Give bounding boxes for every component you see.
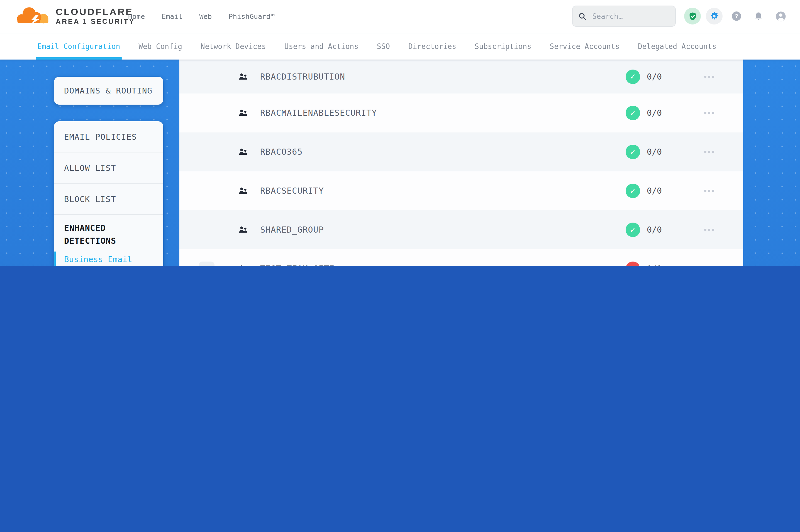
group-icon bbox=[238, 148, 248, 156]
enhanced-detections-heading: ENHANCED DETECTIONS bbox=[64, 222, 156, 247]
member-count: 0/0 bbox=[647, 72, 662, 81]
group-name: RBACDISTRUBUTION bbox=[260, 72, 345, 81]
groups-table: RBACDISTRUBUTION✓0/0RBACMAILENABLESECURI… bbox=[179, 59, 743, 266]
group-row: RBACMAILENABLESECURITY✓0/0 bbox=[179, 94, 743, 132]
row-menu-button[interactable] bbox=[702, 265, 716, 266]
row-menu-button[interactable] bbox=[702, 73, 716, 80]
config-tabs: Email ConfigurationWeb ConfigNetwork Dev… bbox=[0, 33, 800, 59]
cloudflare-cloud-icon bbox=[15, 4, 51, 28]
member-count: 0/0 bbox=[647, 147, 662, 157]
row-menu-button[interactable] bbox=[702, 227, 716, 233]
top-nav-home[interactable]: Home bbox=[128, 12, 145, 21]
brand-name: CLOUDFLARE bbox=[56, 6, 135, 17]
group-icon bbox=[238, 226, 248, 234]
group-name: TEST TEAM SITE bbox=[260, 264, 334, 266]
top-header: CLOUDFLARE AREA 1 SECURITY Home Email We… bbox=[0, 0, 800, 33]
group-row: RBACDISTRUBUTION✓0/0 bbox=[179, 59, 743, 94]
help-icon[interactable]: ? bbox=[728, 8, 745, 24]
tab-service-accounts[interactable]: Service Accounts bbox=[550, 33, 619, 59]
cloudflare-logo[interactable]: CLOUDFLARE AREA 1 SECURITY bbox=[15, 4, 135, 28]
tab-web-config[interactable]: Web Config bbox=[139, 33, 182, 59]
sidebar-card-domains-routing: DOMAINS & ROUTING bbox=[54, 77, 163, 104]
group-name: RBACO365 bbox=[260, 147, 303, 157]
status-badge-enabled: ✓ bbox=[625, 145, 640, 159]
search-icon bbox=[578, 12, 587, 20]
status-badge-enabled: ✓ bbox=[625, 184, 640, 198]
top-nav-web[interactable]: Web bbox=[199, 12, 212, 21]
status-badge-enabled: ✓ bbox=[625, 223, 640, 237]
group-icon bbox=[238, 72, 248, 81]
group-name: RBACSECURITY bbox=[260, 186, 324, 196]
sidebar-item-business-email-compromise[interactable]: Business Email Compromise bbox=[64, 253, 156, 266]
row-menu-button[interactable] bbox=[702, 110, 716, 116]
status-badge-enabled: ✓ bbox=[625, 69, 640, 84]
member-count: 0/1 bbox=[647, 264, 662, 266]
tab-network-devices[interactable]: Network Devices bbox=[201, 33, 266, 59]
tab-users-and-actions[interactable]: Users and Actions bbox=[285, 33, 359, 59]
group-icon bbox=[238, 187, 248, 195]
status-badge-blocked bbox=[625, 262, 640, 266]
settings-gear-icon[interactable] bbox=[706, 8, 723, 24]
tab-delegated-accounts[interactable]: Delegated Accounts bbox=[638, 33, 716, 59]
active-item-indicator bbox=[54, 251, 56, 266]
logo-text: CLOUDFLARE AREA 1 SECURITY bbox=[56, 6, 135, 26]
search-input[interactable] bbox=[591, 12, 666, 21]
app-window: CLOUDFLARE AREA 1 SECURITY Home Email We… bbox=[0, 0, 800, 266]
sidebar-card-policies: EMAIL POLICIES ALLOW LIST BLOCK LIST ENH… bbox=[54, 121, 163, 266]
tab-sso[interactable]: SSO bbox=[377, 33, 390, 59]
group-icon bbox=[238, 109, 248, 117]
group-name: SHARED_GROUP bbox=[260, 225, 324, 235]
notifications-bell-icon[interactable] bbox=[750, 8, 767, 24]
row-menu-button[interactable] bbox=[702, 188, 716, 194]
brand-product: AREA 1 SECURITY bbox=[56, 18, 135, 26]
account-user-icon[interactable] bbox=[772, 8, 789, 24]
group-row: SHARED_GROUP✓0/0 bbox=[179, 210, 743, 249]
sidebar-item-allow-list[interactable]: ALLOW LIST bbox=[54, 152, 163, 184]
group-row: RBACO365✓0/0 bbox=[179, 132, 743, 171]
tab-email-configuration[interactable]: Email Configuration bbox=[37, 33, 120, 59]
group-row: TEST TEAM SITE0/1 bbox=[179, 249, 743, 266]
sidebar-item-block-list[interactable]: BLOCK LIST bbox=[54, 184, 163, 215]
tab-subscriptions[interactable]: Subscriptions bbox=[475, 33, 531, 59]
top-nav: Home Email Web PhishGuard™ bbox=[128, 0, 275, 33]
member-count: 0/0 bbox=[647, 225, 662, 235]
status-badge-enabled: ✓ bbox=[625, 106, 640, 120]
sidebar-item-domains-routing[interactable]: DOMAINS & ROUTING bbox=[54, 77, 163, 104]
group-name: RBACMAILENABLESECURITY bbox=[260, 108, 377, 118]
group-row: RBACSECURITY✓0/0 bbox=[179, 171, 743, 210]
member-count: 0/0 bbox=[647, 108, 662, 118]
svg-text:?: ? bbox=[735, 13, 739, 19]
expand-group-button[interactable] bbox=[199, 262, 215, 266]
search-box[interactable] bbox=[572, 5, 676, 27]
security-shield-icon[interactable] bbox=[684, 8, 701, 24]
enhanced-detections-section: ENHANCED DETECTIONS Business Email Compr… bbox=[54, 215, 163, 266]
top-nav-email[interactable]: Email bbox=[162, 12, 182, 21]
top-nav-phishguard[interactable]: PhishGuard™ bbox=[229, 12, 275, 21]
group-icon bbox=[238, 265, 248, 266]
member-count: 0/0 bbox=[647, 186, 662, 196]
tab-directories[interactable]: Directories bbox=[408, 33, 456, 59]
sidebar-item-email-policies[interactable]: EMAIL POLICIES bbox=[54, 121, 163, 152]
row-menu-button[interactable] bbox=[702, 149, 716, 155]
workspace-background: DOMAINS & ROUTING EMAIL POLICIES ALLOW L… bbox=[0, 59, 800, 266]
